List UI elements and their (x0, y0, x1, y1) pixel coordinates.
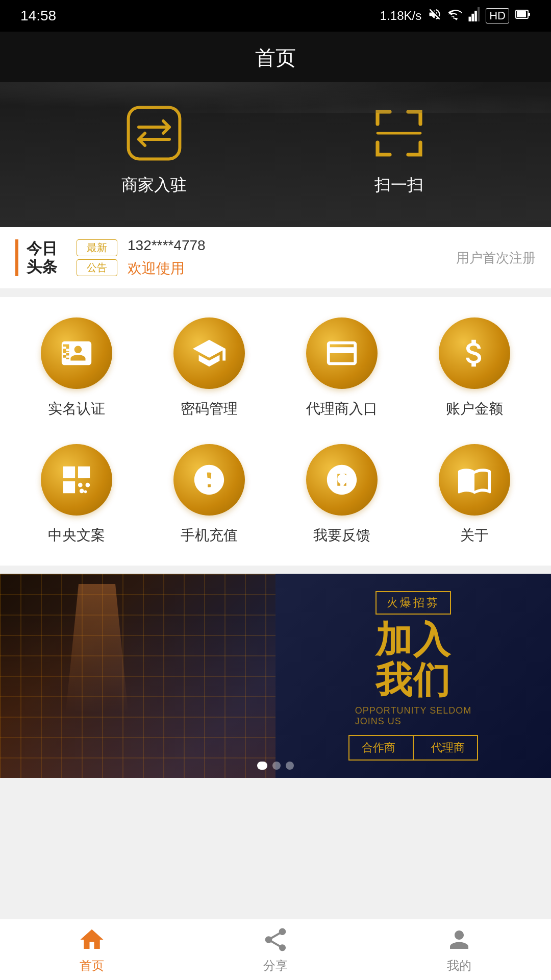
banner-right-content: 火爆招募 加入我们 OPPORTUNITY SELDOMJOINS US 合作商… (276, 574, 551, 778)
mute-icon (428, 7, 442, 24)
network-speed: 1.18K/s (380, 9, 421, 23)
nav-home[interactable]: 首页 (0, 926, 184, 974)
feedback-label: 我要反馈 (313, 526, 370, 545)
feedback-icon (306, 444, 378, 516)
signal-icon (468, 7, 480, 24)
nav-mine[interactable]: 我的 (367, 926, 551, 974)
news-register: 用户首次注册 (456, 249, 536, 267)
scan-label: 扫一扫 (374, 174, 423, 197)
agent-label: 代理商入口 (306, 399, 378, 419)
id-card-icon (41, 317, 112, 389)
central-label: 中央文案 (48, 526, 105, 545)
user-icon (445, 926, 473, 953)
news-title-block: 今日头条 (15, 239, 66, 276)
banner-image: 火爆招募 加入我们 OPPORTUNITY SELDOMJOINS US 合作商… (0, 574, 551, 778)
top-actions-section: 商家入驻 扫一扫 (0, 82, 551, 227)
hd-badge: HD (486, 8, 509, 23)
share-icon (262, 926, 289, 953)
banner-dot-3[interactable] (286, 762, 294, 770)
recharge-label: 手机充值 (181, 526, 238, 545)
banner-btn-agent: 代理商 (419, 736, 477, 760)
merchant-action[interactable]: 商家入驻 (121, 103, 187, 197)
news-welcome: 欢迎使用 (128, 259, 446, 278)
svg-rect-6 (528, 13, 530, 16)
svg-rect-5 (517, 11, 526, 17)
grid-icon (41, 444, 112, 516)
password-label: 密码管理 (181, 399, 238, 419)
central-item[interactable]: 中央文案 (20, 444, 133, 545)
app-header: 首页 (0, 32, 551, 82)
news-title: 今日头条 (27, 239, 57, 276)
tag-notice: 公告 (77, 259, 117, 276)
banner-buttons: 合作商 代理商 (348, 735, 478, 761)
svg-rect-3 (478, 7, 480, 21)
bottom-nav: 首页 分享 我的 (0, 919, 551, 980)
account-label: 账户金额 (446, 399, 503, 419)
svg-rect-0 (469, 17, 471, 21)
svg-rect-7 (129, 108, 180, 159)
banner-main-text: 加入我们 (375, 620, 451, 700)
content-spacer (0, 778, 551, 880)
tag-new: 最新 (77, 239, 117, 256)
recharge-item[interactable]: 手机充值 (153, 444, 265, 545)
wifi-icon (448, 7, 462, 24)
news-bar: 今日头条 最新 公告 132****4778 欢迎使用 用户首次注册 (0, 227, 551, 289)
account-item[interactable]: 账户金额 (418, 317, 531, 419)
banner-recruit: 火爆招募 (375, 591, 451, 615)
realname-label: 实名认证 (48, 399, 105, 419)
scan-icon (368, 103, 430, 164)
grid-row-1: 实名认证 密码管理 代理商入口 账户金额 (10, 317, 541, 419)
svg-rect-1 (472, 14, 474, 21)
grid-row-2: 中央文案 手机充值 我要反馈 关于 (10, 444, 541, 545)
page-title: 首页 (255, 46, 296, 69)
nav-share[interactable]: 分享 (184, 926, 367, 974)
banner-dots (257, 762, 294, 770)
scan-action[interactable]: 扫一扫 (368, 103, 430, 197)
graduation-icon (173, 317, 245, 389)
banner-dot-1[interactable] (257, 762, 267, 770)
battery-icon (515, 7, 531, 24)
credit-card-icon (306, 317, 378, 389)
news-content: 132****4778 欢迎使用 (128, 237, 446, 278)
transfer-icon (123, 103, 185, 164)
about-item[interactable]: 关于 (418, 444, 531, 545)
money-bag-icon (439, 317, 510, 389)
feedback-item[interactable]: 我要反馈 (286, 444, 398, 545)
banner-btn-partner: 合作商 (349, 736, 408, 760)
agent-item[interactable]: 代理商入口 (286, 317, 398, 419)
svg-rect-2 (474, 11, 477, 21)
nav-home-label: 首页 (80, 958, 104, 974)
about-label: 关于 (460, 526, 489, 545)
book-icon (439, 444, 510, 516)
status-bar: 14:58 1.18K/s HD (0, 0, 551, 32)
recharge-icon (173, 444, 245, 516)
grid-section: 实名认证 密码管理 代理商入口 账户金额 中央文案 (0, 297, 551, 566)
nav-share-label: 分享 (263, 958, 288, 974)
home-icon (78, 926, 106, 953)
banner-dot-2[interactable] (272, 762, 281, 770)
news-phone: 132****4778 (128, 237, 446, 254)
password-item[interactable]: 密码管理 (153, 317, 265, 419)
nav-mine-label: 我的 (447, 958, 471, 974)
banner-sub-text: OPPORTUNITY SELDOMJOINS US (355, 705, 471, 727)
status-time: 14:58 (20, 8, 56, 24)
news-tags: 最新 公告 (77, 239, 117, 276)
merchant-label: 商家入驻 (121, 174, 187, 197)
realname-item[interactable]: 实名认证 (20, 317, 133, 419)
status-right: 1.18K/s HD (380, 7, 531, 24)
banner-section[interactable]: 火爆招募 加入我们 OPPORTUNITY SELDOMJOINS US 合作商… (0, 574, 551, 778)
